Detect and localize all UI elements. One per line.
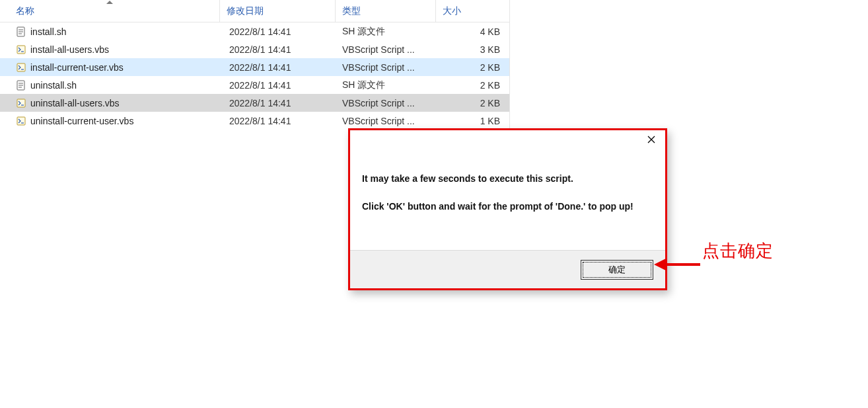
svg-marker-19: [654, 259, 666, 270]
dialog-text-line1: It may take a few seconds to execute thi…: [362, 173, 653, 186]
file-date-cell: 2022/8/1 14:41: [220, 62, 336, 73]
file-name-cell: install-all-users.vbs: [0, 44, 220, 55]
file-size-cell: 3 KB: [436, 44, 509, 55]
file-date-cell: 2022/8/1 14:41: [220, 26, 336, 37]
file-type-cell: VBScript Script ...: [336, 62, 436, 73]
col-header-size[interactable]: 大小: [436, 0, 509, 22]
file-date-cell: 2022/8/1 14:41: [220, 98, 336, 108]
vbs-file-icon: [16, 116, 26, 126]
annotation-label: 点击确定: [702, 239, 774, 263]
dialog-text-line2: Click 'OK' button and wait for the promp…: [362, 200, 653, 214]
file-name-cell: install-current-user.vbs: [0, 62, 220, 73]
annotation-arrow: [654, 257, 700, 272]
ok-button[interactable]: 确定: [581, 260, 653, 280]
file-list-panel: 名称 修改日期 类型 大小 install.sh2022/8/1 14:41SH…: [0, 0, 510, 130]
file-type-cell: SH 源文件: [336, 26, 436, 38]
file-name-cell: uninstall-all-users.vbs: [0, 98, 220, 108]
svg-rect-6: [17, 63, 25, 71]
sort-ascending-icon: [106, 1, 113, 4]
file-date-cell: 2022/8/1 14:41: [220, 116, 336, 126]
file-row[interactable]: install.sh2022/8/1 14:41SH 源文件4 KB: [0, 22, 509, 40]
file-name-label: install-current-user.vbs: [30, 62, 124, 73]
file-date-cell: 2022/8/1 14:41: [220, 44, 336, 55]
file-size-cell: 1 KB: [436, 116, 509, 126]
dialog-titlebar: [350, 130, 665, 153]
file-name-cell: install.sh: [0, 26, 220, 37]
file-type-cell: SH 源文件: [336, 79, 436, 91]
file-row[interactable]: uninstall.sh2022/8/1 14:41SH 源文件2 KB: [0, 76, 509, 94]
file-rows: install.sh2022/8/1 14:41SH 源文件4 KBinstal…: [0, 22, 509, 130]
file-type-cell: VBScript Script ...: [336, 98, 436, 108]
dialog-body: It may take a few seconds to execute thi…: [350, 153, 665, 250]
col-header-size-label: 大小: [443, 5, 461, 17]
file-row[interactable]: uninstall-current-user.vbs2022/8/1 14:41…: [0, 112, 509, 130]
col-header-date[interactable]: 修改日期: [220, 0, 336, 22]
col-header-date-label: 修改日期: [227, 5, 264, 17]
sh-file-icon: [16, 80, 26, 91]
dialog-button-bar: 确定: [350, 250, 665, 288]
svg-rect-12: [17, 99, 25, 107]
col-header-name[interactable]: 名称: [0, 0, 220, 22]
file-row[interactable]: uninstall-all-users.vbs2022/8/1 14:41VBS…: [0, 94, 509, 112]
file-type-cell: VBScript Script ...: [336, 116, 436, 126]
file-name-label: install.sh: [30, 26, 66, 37]
file-size-cell: 4 KB: [436, 26, 509, 37]
vbs-file-icon: [16, 62, 26, 73]
file-size-cell: 2 KB: [436, 98, 509, 108]
file-row[interactable]: install-current-user.vbs2022/8/1 14:41VB…: [0, 58, 509, 76]
file-name-label: install-all-users.vbs: [30, 44, 109, 55]
dialog-close-button[interactable]: [637, 130, 665, 149]
file-name-cell: uninstall.sh: [0, 80, 220, 91]
file-size-cell: 2 KB: [436, 80, 509, 91]
file-name-label: uninstall.sh: [30, 80, 77, 91]
file-name-label: uninstall-current-user.vbs: [30, 116, 133, 126]
close-icon: [647, 136, 655, 143]
vbs-file-icon: [16, 44, 26, 55]
col-header-type[interactable]: 类型: [336, 0, 436, 22]
col-header-type-label: 类型: [342, 5, 361, 17]
vbs-file-icon: [16, 98, 26, 108]
file-name-label: uninstall-all-users.vbs: [30, 98, 120, 108]
column-headers: 名称 修改日期 类型 大小: [0, 0, 509, 22]
file-type-cell: VBScript Script ...: [336, 44, 436, 55]
arrow-left-icon: [654, 257, 700, 272]
svg-rect-4: [17, 46, 25, 54]
col-header-name-label: 名称: [16, 5, 34, 17]
file-name-cell: uninstall-current-user.vbs: [0, 116, 220, 126]
file-date-cell: 2022/8/1 14:41: [220, 80, 336, 91]
file-size-cell: 2 KB: [436, 62, 509, 73]
file-row[interactable]: install-all-users.vbs2022/8/1 14:41VBScr…: [0, 40, 509, 58]
script-prompt-dialog: It may take a few seconds to execute thi…: [348, 128, 667, 290]
svg-rect-14: [17, 117, 25, 125]
sh-file-icon: [16, 26, 26, 37]
